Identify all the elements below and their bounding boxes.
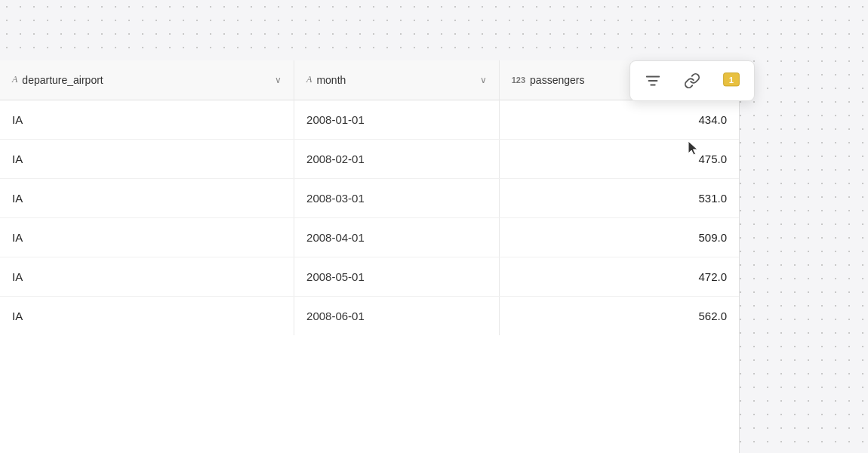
column-toolbar-popup: 1 <box>629 60 755 101</box>
table-row: IA2008-03-01531.0 <box>0 178 739 217</box>
annotation-button[interactable]: 1 <box>718 67 745 94</box>
data-table: A departure_airport ∨ A month ∨ 123 <box>0 60 740 453</box>
cell-month: 2008-01-01 <box>294 100 500 139</box>
column-header-month[interactable]: A month ∨ <box>294 60 500 100</box>
cell-departure-airport: IA <box>0 217 294 257</box>
column-label-passengers: passengers <box>530 74 584 86</box>
chevron-down-icon: ∨ <box>480 75 487 85</box>
number-type-icon: 123 <box>512 76 525 85</box>
cell-departure-airport: IA <box>0 139 294 178</box>
column-label-month: month <box>316 74 346 86</box>
link-button[interactable] <box>679 67 706 94</box>
cell-passengers: 434.0 <box>499 100 739 139</box>
column-header-departure-airport[interactable]: A departure_airport ∨ <box>0 60 294 100</box>
svg-text:1: 1 <box>729 76 734 85</box>
table-row: IA2008-06-01562.0 <box>0 296 739 335</box>
cell-departure-airport: IA <box>0 296 294 335</box>
chevron-down-icon: ∨ <box>275 75 282 85</box>
string-type-icon: A <box>306 74 312 85</box>
cell-month: 2008-04-01 <box>294 217 500 257</box>
cell-passengers: 472.0 <box>499 257 739 296</box>
cell-departure-airport: IA <box>0 178 294 217</box>
cell-departure-airport: IA <box>0 100 294 139</box>
table-row: IA2008-02-01475.0 <box>0 139 739 178</box>
cell-passengers: 475.0 <box>499 139 739 178</box>
filter-button[interactable] <box>639 67 666 94</box>
string-type-icon: A <box>12 74 17 85</box>
cell-month: 2008-02-01 <box>294 139 500 178</box>
table-row: IA2008-05-01472.0 <box>0 257 739 296</box>
cell-departure-airport: IA <box>0 257 294 296</box>
table-header-row: A departure_airport ∨ A month ∨ 123 <box>0 60 739 100</box>
cell-passengers: 509.0 <box>499 217 739 257</box>
cell-month: 2008-06-01 <box>294 296 500 335</box>
column-label-departure-airport: departure_airport <box>22 74 103 86</box>
cell-passengers: 531.0 <box>499 178 739 217</box>
cell-month: 2008-05-01 <box>294 257 500 296</box>
table-row: IA2008-04-01509.0 <box>0 217 739 257</box>
cell-month: 2008-03-01 <box>294 178 500 217</box>
cell-passengers: 562.0 <box>499 296 739 335</box>
table-row: IA2008-01-01434.0 <box>0 100 739 139</box>
